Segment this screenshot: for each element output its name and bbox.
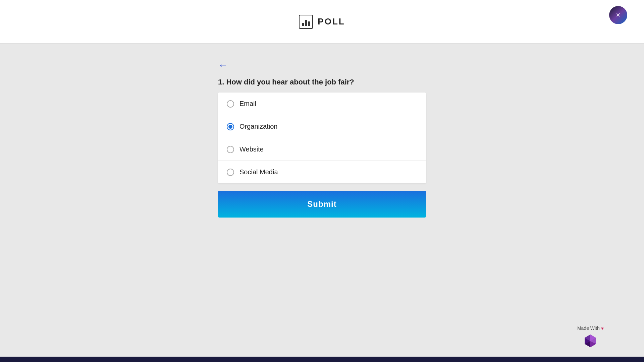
radio-website — [227, 146, 234, 153]
brand-logo — [583, 333, 598, 349]
header-title-group: POLL — [299, 15, 345, 29]
radio-social-media — [227, 169, 234, 176]
option-organization[interactable]: Organization — [218, 115, 426, 138]
header: POLL × — [0, 0, 644, 44]
back-button[interactable]: ← — [218, 60, 228, 70]
main-content: ← 1. How did you hear about the job fair… — [0, 44, 644, 218]
footer-brand: Made With ♥ — [577, 325, 604, 349]
radio-email — [227, 100, 234, 108]
heart-icon: ♥ — [601, 326, 604, 331]
option-social-media-label: Social Media — [239, 168, 278, 176]
question-text: 1. How did you hear about the job fair? — [218, 78, 426, 86]
bottom-bar — [0, 357, 644, 362]
option-email-label: Email — [239, 100, 256, 108]
made-with-text: Made With ♥ — [577, 325, 604, 331]
option-social-media[interactable]: Social Media — [218, 161, 426, 183]
poll-container: ← 1. How did you hear about the job fair… — [218, 60, 426, 218]
radio-organization — [227, 123, 234, 130]
option-website[interactable]: Website — [218, 138, 426, 161]
radio-organization-fill — [228, 125, 232, 129]
option-website-label: Website — [239, 145, 264, 153]
option-email[interactable]: Email — [218, 93, 426, 115]
poll-chart-icon — [299, 15, 313, 29]
page-title: POLL — [318, 16, 345, 27]
submit-button[interactable]: Submit — [218, 191, 426, 218]
back-arrow-icon: ← — [218, 60, 228, 71]
option-organization-label: Organization — [239, 123, 277, 130]
options-list: Email Organization Website Social Media — [218, 93, 426, 183]
close-button[interactable]: × — [609, 6, 627, 24]
close-icon: × — [616, 11, 621, 19]
